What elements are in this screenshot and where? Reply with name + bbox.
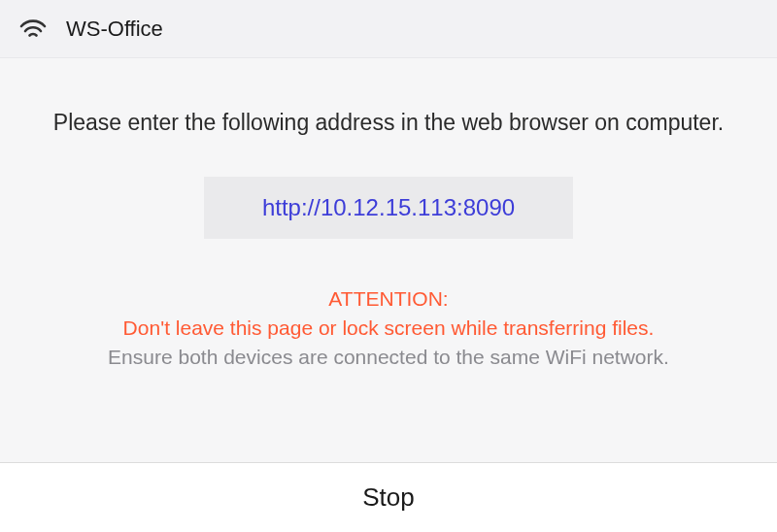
wifi-icon xyxy=(19,18,47,40)
stop-button[interactable]: Stop xyxy=(323,473,454,522)
header-title: WS-Office xyxy=(66,17,163,42)
url-box[interactable]: http://10.12.15.113:8090 xyxy=(204,177,573,239)
header-bar: WS-Office xyxy=(0,0,777,58)
instruction-text: Please enter the following address in th… xyxy=(49,107,728,138)
attention-label: ATTENTION: xyxy=(39,287,738,311)
wifi-info-text: Ensure both devices are connected to the… xyxy=(39,346,738,369)
main-content: Please enter the following address in th… xyxy=(0,58,777,462)
footer-bar: Stop xyxy=(0,462,777,532)
attention-text: Don't leave this page or lock screen whi… xyxy=(39,316,738,340)
transfer-url: http://10.12.15.113:8090 xyxy=(262,194,515,220)
